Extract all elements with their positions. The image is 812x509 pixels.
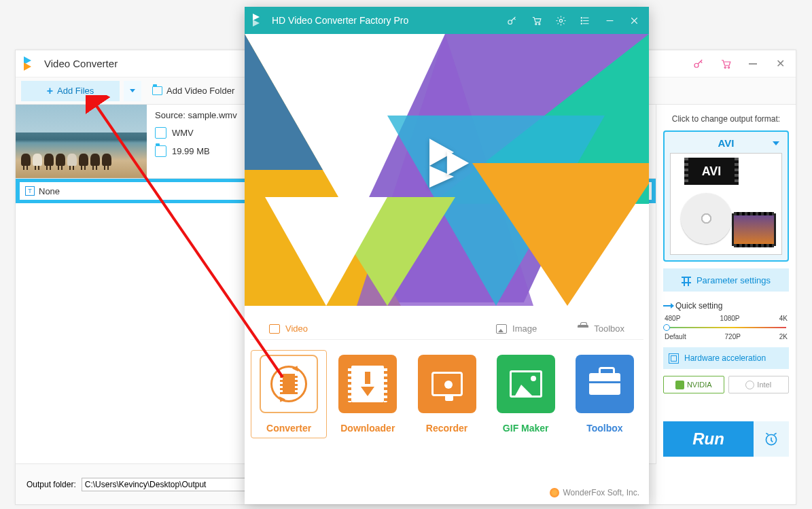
tile-gifmaker-label: GIF Maker — [503, 423, 549, 434]
output-format: AVI — [718, 137, 735, 149]
add-folder-button[interactable]: Add Video Folder — [145, 81, 241, 101]
svg-point-7 — [559, 19, 562, 22]
section-video[interactable]: Video — [269, 323, 308, 334]
toolbox-icon — [578, 325, 588, 333]
add-files-dropdown[interactable] — [124, 81, 141, 101]
svg-point-4 — [508, 20, 512, 24]
video-icon — [269, 324, 280, 334]
param-label: Parameter settings — [696, 275, 771, 285]
recorder-icon — [431, 372, 463, 396]
app-logo-icon — [24, 56, 39, 71]
tile-gifmaker[interactable]: GIF Maker — [493, 355, 559, 434]
output-format-box[interactable]: AVI AVI — [663, 130, 789, 262]
tile-toolbox-label: Toolbox — [586, 423, 622, 434]
add-files-button[interactable]: + Add Files — [21, 81, 120, 101]
tick-720p: 720P — [725, 333, 741, 340]
chevron-down-icon — [130, 89, 135, 92]
key-icon[interactable] — [505, 14, 518, 27]
avi-badge: AVI — [684, 158, 739, 185]
intel-chip[interactable]: Intel — [728, 376, 790, 393]
folder-icon — [152, 86, 162, 95]
add-folder-label: Add Video Folder — [166, 86, 234, 96]
svg-point-5 — [535, 23, 536, 24]
tile-downloader[interactable]: Downloader — [334, 355, 401, 434]
format-preview: AVI — [670, 153, 782, 255]
downloader-icon — [351, 366, 384, 402]
nvidia-chip[interactable]: NVIDIA — [663, 376, 724, 393]
output-sidebar: Click to change output format: AVI AVI P… — [656, 105, 796, 463]
add-files-label: Add Files — [57, 86, 94, 96]
launcher-window: HD Video Converter Factory Pro Video Ima… — [245, 7, 649, 504]
nvidia-label: NVIDIA — [687, 381, 712, 389]
section-image[interactable]: Image — [496, 323, 537, 334]
minimize-button[interactable] — [745, 56, 760, 71]
svg-point-1 — [724, 67, 726, 68]
vc-title: Video Converter — [44, 58, 118, 69]
disc-icon — [681, 193, 732, 244]
key-icon[interactable] — [691, 56, 706, 71]
run-button[interactable]: Run — [663, 421, 754, 457]
launcher-hero — [245, 34, 649, 306]
settings-icon[interactable] — [554, 14, 567, 27]
wonderfox-icon — [550, 488, 559, 497]
plus-icon: + — [47, 85, 53, 97]
play-logo-icon — [416, 136, 478, 198]
launcher-titlebar: HD Video Converter Factory Pro — [245, 7, 649, 34]
video-thumbnail[interactable] — [16, 105, 147, 178]
intel-label: Intel — [757, 381, 771, 389]
source-label: Source: sample.wmv — [155, 110, 237, 120]
parameter-settings-button[interactable]: Parameter settings — [663, 268, 789, 292]
company-label: WonderFox Soft, Inc. — [563, 488, 640, 497]
slider-knob[interactable] — [663, 324, 670, 331]
tick-1080p: 1080P — [720, 315, 740, 322]
tile-converter-label: Converter — [266, 423, 311, 434]
tile-downloader-label: Downloader — [340, 423, 395, 434]
chip-icon — [669, 353, 679, 364]
toolbox-tile-icon — [589, 373, 620, 395]
filmstrip-icon — [732, 213, 776, 246]
list-icon[interactable] — [578, 14, 592, 27]
file-format: WMV — [172, 128, 194, 138]
tile-converter[interactable]: Converter — [251, 350, 327, 438]
gif-icon — [510, 370, 542, 398]
section-video-label: Video — [285, 323, 308, 334]
svg-point-6 — [538, 23, 540, 24]
tick-2k: 2K — [779, 333, 788, 340]
launcher-title: HD Video Converter Factory Pro — [272, 15, 408, 26]
text-icon: T — [25, 186, 35, 196]
quick-label: Quick setting — [675, 301, 722, 311]
section-toolbox-label: Toolbox — [594, 323, 624, 334]
launcher-footer: WonderFox Soft, Inc. — [550, 488, 640, 497]
cart-icon[interactable] — [529, 14, 543, 27]
intel-icon — [745, 381, 754, 389]
arrow-icon — [663, 305, 671, 306]
output-folder-input[interactable] — [82, 478, 258, 491]
sliders-icon — [682, 277, 691, 283]
tick-480p: 480P — [665, 315, 680, 322]
section-toolbox[interactable]: Toolbox — [578, 323, 624, 334]
tile-recorder[interactable]: Recorder — [413, 355, 480, 434]
close-button[interactable] — [627, 14, 641, 27]
tick-default: Default — [665, 333, 686, 340]
chevron-down-icon — [773, 141, 779, 145]
close-button[interactable]: ✕ — [773, 56, 788, 71]
size-icon — [155, 145, 166, 157]
svg-point-2 — [728, 67, 729, 68]
quality-slider[interactable] — [663, 324, 789, 331]
output-label: Output folder: — [27, 480, 76, 489]
hardware-accel-toggle[interactable]: Hardware acceleration — [663, 347, 789, 369]
schedule-button[interactable] — [754, 421, 789, 457]
launcher-tiles: Converter Downloader Recorder GIF Maker … — [245, 340, 649, 440]
tile-toolbox[interactable]: Toolbox — [571, 355, 638, 434]
app-logo-icon — [253, 14, 266, 27]
quick-setting: Quick setting 480P 1080P 4K Default 720P… — [663, 298, 789, 340]
minimize-button[interactable] — [603, 14, 616, 27]
svg-point-10 — [581, 23, 582, 24]
tile-recorder-label: Recorder — [426, 423, 467, 434]
cart-icon[interactable] — [718, 56, 733, 71]
nvidia-icon — [675, 381, 684, 389]
file-size: 19.99 MB — [172, 146, 210, 156]
converter-icon — [270, 366, 307, 402]
change-format-label: Click to change output format: — [663, 114, 789, 124]
svg-point-0 — [694, 63, 699, 67]
